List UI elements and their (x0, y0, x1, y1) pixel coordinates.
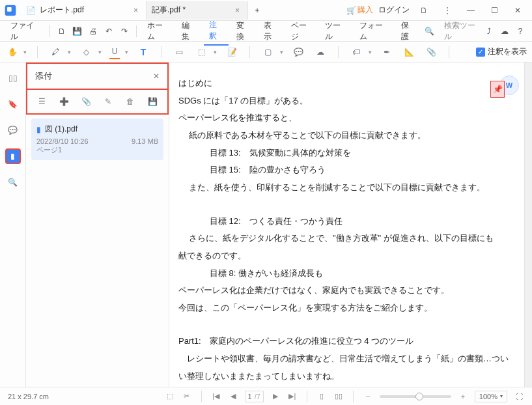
fit-page-icon[interactable]: ⬚ (165, 391, 175, 402)
zoom-value[interactable]: 100%▾ (475, 391, 507, 402)
search-tool-label[interactable]: 検索ツール (444, 20, 480, 42)
tab-article[interactable]: 記事.pdf * × (147, 1, 248, 20)
note-icon[interactable]: 📝 (225, 45, 239, 59)
tab-label: 記事.pdf * (152, 5, 186, 16)
menu-form[interactable]: フォーム (354, 18, 393, 45)
eraser-icon[interactable]: ◇ (79, 45, 93, 59)
menu-protect[interactable]: 保護 (396, 18, 421, 45)
menu-display[interactable]: 表示 (259, 18, 283, 45)
pushpin-annotation[interactable]: 📌 (490, 81, 505, 98)
textbox-icon[interactable]: ▭ (172, 45, 186, 59)
close-icon[interactable]: ✕ (509, 1, 527, 20)
continuous-icon[interactable]: ▯▯ (333, 391, 344, 402)
crop-icon[interactable]: ✂ (182, 391, 192, 402)
statusbar: 21 x 29.7 cm ⬚ ✂ |◀ ◀ 1 /7 ▶ ▶| ▯ ▯▯ − +… (0, 387, 532, 405)
redo-icon[interactable]: ↷ (118, 24, 131, 38)
single-page-icon[interactable]: ▯ (316, 391, 327, 402)
last-page-icon[interactable]: ▶| (287, 391, 298, 402)
maximize-icon[interactable]: ☐ (485, 1, 503, 20)
underline-icon[interactable]: U (109, 45, 120, 59)
zoom-out-icon[interactable]: − (363, 391, 373, 402)
list-view-icon[interactable]: ☰ (35, 95, 48, 108)
new-tab-button[interactable]: + (248, 1, 266, 20)
zoom-in-icon[interactable]: + (458, 391, 468, 402)
cloud-shape-icon[interactable]: ☁ (313, 45, 328, 59)
doc-line: たとえば、購読している新聞や雑誌などはデジタル版に切り替えることで紙を減らす (178, 385, 515, 387)
doc-line: はじめに (178, 76, 515, 92)
notification-icon[interactable]: 🗋 (415, 1, 433, 20)
document-view[interactable]: W 📌 はじめに SDGs には「17 の目標」がある。 ペーパーレス化を推進す… (169, 63, 524, 387)
buy-button[interactable]: 🛒購入 (346, 5, 373, 16)
doc-line: レシートや領収書、毎月の請求書など、日常生活で増えてしまう「紙」の書類…つい (178, 351, 515, 367)
share-icon[interactable]: ⤴ (483, 24, 496, 38)
signature-icon[interactable]: ✒ (380, 45, 394, 59)
doc-line: SDGs には「17 の目標」がある。 (178, 93, 515, 109)
menu-convert[interactable]: 変換 (231, 18, 256, 45)
doc-line: さらに、紙をデジタル化することで、"働き方改革" が促進され、以下の目標にも (178, 230, 515, 247)
text-icon[interactable]: T (136, 45, 150, 59)
measure-icon[interactable]: 📐 (402, 45, 416, 59)
page-input[interactable]: 1 /7 (245, 391, 264, 402)
first-page-icon[interactable]: |◀ (211, 391, 221, 402)
tab-report[interactable]: 📄 レポート.pdf × (21, 1, 147, 20)
comment-icon[interactable]: 💬 (291, 45, 305, 59)
doc-line: 目標 15: 陸の豊かさも守ろう (178, 162, 515, 178)
menu-annotate[interactable]: 注釈 (204, 17, 229, 46)
cloud-icon[interactable]: ☁ (498, 24, 511, 38)
save-icon[interactable]: 💾 (71, 24, 84, 38)
search-icon[interactable]: 🔍 (423, 24, 436, 38)
help-icon[interactable]: ? (514, 24, 527, 38)
vertical-scrollbar[interactable] (524, 63, 532, 387)
shape-icon[interactable]: ▢ (260, 45, 275, 59)
menu-tool[interactable]: ツール (320, 18, 352, 45)
doc-line: 目標 12: つくる責任・つかう責任 (178, 214, 515, 230)
save-as-icon[interactable]: 💾 (146, 95, 159, 108)
hand-icon[interactable]: ✋ (5, 45, 20, 59)
menu-page[interactable]: ページ (286, 18, 318, 45)
undo-icon[interactable]: ↶ (102, 24, 115, 38)
search-panel-icon[interactable]: 🔍 (5, 175, 21, 190)
attachment-icon[interactable]: 📎 (424, 45, 438, 59)
highlight-icon[interactable]: 🖍 (48, 45, 63, 59)
delete-icon[interactable]: 🗑 (124, 95, 137, 108)
zoom-slider[interactable] (380, 395, 451, 398)
print-icon[interactable]: 🖨 (87, 24, 100, 38)
menu-home[interactable]: ホーム (142, 18, 174, 45)
open-icon[interactable]: 🗋 (55, 24, 68, 38)
next-page-icon[interactable]: ▶ (270, 391, 281, 402)
menu-edit[interactable]: 編集 (176, 18, 201, 45)
tab-close-icon[interactable]: × (131, 6, 141, 15)
clip-icon[interactable]: 📎 (79, 95, 92, 108)
doc-line: ペーパーレス化を推進すると、 (178, 110, 515, 126)
attachment-page: ページ1 (36, 145, 158, 155)
prev-page-icon[interactable]: ◀ (228, 391, 238, 402)
pdf-icon: ▮ (36, 125, 41, 134)
more-icon[interactable]: ⋮ (438, 1, 456, 20)
show-annotations-label: 注釈を表示 (488, 46, 527, 57)
callout-icon[interactable]: ⬚ (194, 45, 208, 59)
show-annotations-checkbox[interactable]: ✓ (476, 48, 485, 57)
annotation-toolbar: ✋▾ 🖍▾ ◇▾ U▾ T ▭ ⬚▾ 📝 ▢▾ 💬 ☁ 🏷▾ ✒ 📐 📎 ✓ 注… (0, 42, 532, 63)
edit-icon[interactable]: ✎ (102, 95, 115, 108)
comment-panel-icon[interactable]: 💬 (5, 122, 21, 138)
menu-file[interactable]: ファイル (5, 18, 44, 45)
tab-label: レポート.pdf (40, 5, 84, 16)
doc-line: 今回は、この「ペーパーレス化」を実現する方法をご紹介します。 (178, 300, 515, 316)
minimize-icon[interactable]: — (462, 1, 480, 20)
attachment-panel-icon[interactable]: ▮ (5, 148, 21, 164)
doc-line: また、紙を使う、印刷することを削減することで以下の目標に貢献できます。 (178, 180, 515, 196)
svg-rect-1 (7, 7, 12, 12)
attachment-panel: 添付 ✕ ☰ ➕ 📎 ✎ 🗑 💾 ▮ 図 (1).pdf 2022/8/10 1… (26, 63, 169, 387)
bookmark-icon[interactable]: 🔖 (5, 96, 21, 112)
thumbnails-icon[interactable]: ▯▯ (5, 70, 21, 86)
menubar: ファイル 🗋 💾 🖨 ↶ ↷ ホーム 編集 注釈 変換 表示 ページ ツール フ… (0, 21, 532, 42)
attachment-item[interactable]: ▮ 図 (1).pdf 2022/8/10 10:26 9.13 MB ページ1 (31, 119, 163, 160)
login-button[interactable]: ログイン (378, 5, 410, 16)
attachment-date: 2022/8/10 10:26 (36, 137, 89, 145)
panel-close-icon[interactable]: ✕ (153, 72, 160, 81)
stamp-icon[interactable]: 🏷 (349, 45, 363, 59)
tab-close-icon[interactable]: × (232, 6, 242, 15)
fullscreen-icon[interactable]: ⛶ (514, 391, 524, 402)
add-attachment-icon[interactable]: ➕ (57, 95, 70, 108)
doc-line: ペーパーレス化は企業だけではなく、家庭内でも実践できることです。 (178, 283, 515, 299)
